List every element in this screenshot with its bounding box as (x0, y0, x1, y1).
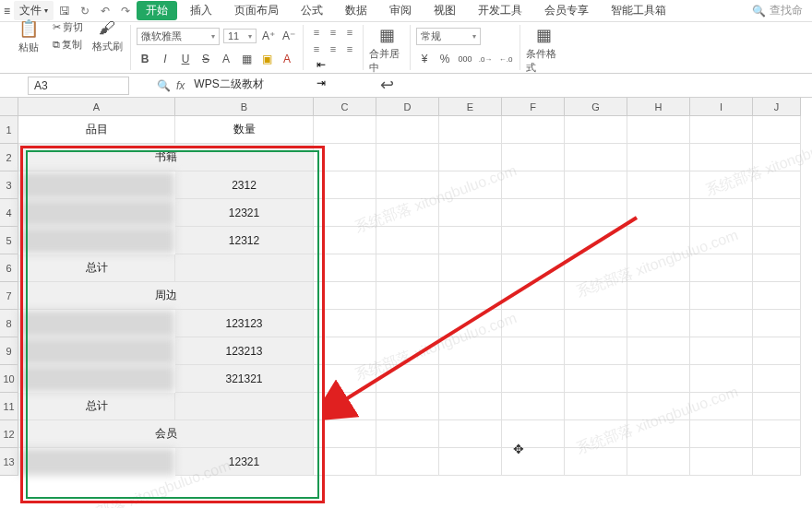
search-fn-icon[interactable]: 🔍 (157, 79, 171, 92)
cell-H3[interactable] (627, 171, 690, 199)
fx-label[interactable]: fx (176, 79, 185, 92)
column-header-A[interactable]: A (18, 98, 175, 116)
select-all-corner[interactable] (0, 98, 18, 116)
currency-button[interactable]: ¥ (416, 51, 433, 67)
row-header-6[interactable]: 6 (0, 254, 18, 282)
tab-data[interactable]: 数据 (336, 1, 376, 20)
cell-H2[interactable] (627, 144, 690, 171)
cell-D4[interactable] (376, 199, 439, 227)
tab-view[interactable]: 视图 (424, 1, 465, 20)
align-top-center[interactable]: ≡ (326, 25, 340, 40)
align-bottom-center[interactable]: ≡ (326, 41, 340, 56)
align-top-left[interactable]: ≡ (309, 25, 324, 40)
cell-G3[interactable] (565, 171, 627, 199)
cell-D1[interactable] (376, 116, 439, 144)
cell-G13[interactable] (565, 448, 627, 476)
cell-B4[interactable]: 12321 (175, 199, 314, 227)
cell-F5[interactable] (502, 227, 565, 254)
cell-E1[interactable] (439, 116, 502, 144)
cell-A4[interactable]: ████ (18, 199, 175, 227)
column-header-I[interactable]: I (690, 98, 753, 116)
cell-I5[interactable] (690, 227, 753, 254)
cell-D11[interactable] (376, 393, 439, 420)
cell-G4[interactable] (565, 199, 627, 227)
cell-J12[interactable] (753, 420, 801, 448)
cell-E9[interactable] (439, 337, 502, 365)
cell-F7[interactable] (502, 282, 565, 310)
cell-F11[interactable] (502, 393, 565, 420)
format-painter-button[interactable]: 🖌 格式刷 (90, 18, 125, 53)
cell-B10[interactable]: 321321 (175, 365, 314, 393)
cell-G12[interactable] (565, 420, 627, 448)
underline-button[interactable]: U (177, 51, 194, 67)
cell-F1[interactable] (502, 116, 565, 144)
cell-G9[interactable] (565, 337, 627, 365)
column-header-B[interactable]: B (175, 98, 314, 116)
cell-J10[interactable] (753, 365, 801, 393)
cell-C2[interactable] (314, 144, 376, 171)
cell-J3[interactable] (753, 171, 801, 199)
refresh-icon[interactable]: ↻ (78, 5, 92, 18)
cell-I9[interactable] (690, 337, 753, 365)
name-box[interactable]: A3 (28, 77, 129, 95)
cut-button[interactable]: ✂剪切 (50, 19, 86, 35)
cell-D2[interactable] (376, 144, 439, 171)
font-shrink-button[interactable]: A⁻ (281, 28, 297, 44)
row-header-5[interactable]: 5 (0, 227, 18, 254)
cell-J11[interactable] (753, 393, 801, 420)
tab-formula[interactable]: 公式 (292, 1, 332, 20)
cell-B13[interactable]: 12321 (175, 448, 314, 476)
cell-D5[interactable] (376, 227, 439, 254)
cell-D10[interactable] (376, 365, 439, 393)
row-header-2[interactable]: 2 (0, 144, 18, 171)
cell-A1[interactable]: 品目 (18, 116, 175, 144)
column-header-E[interactable]: E (439, 98, 502, 116)
cell-C13[interactable] (314, 448, 376, 476)
indent-decrease-button[interactable]: ⇤ (313, 56, 329, 73)
strike-button[interactable]: S (197, 51, 214, 67)
cell-H7[interactable] (627, 282, 690, 310)
cell-J1[interactable] (753, 116, 801, 144)
cell-A10[interactable]: ████ (18, 365, 175, 393)
cell-E3[interactable] (439, 171, 502, 199)
row-header-7[interactable]: 7 (0, 282, 18, 310)
percent-button[interactable]: % (436, 51, 453, 67)
cell-J9[interactable] (753, 337, 801, 365)
font-size-select[interactable]: 11▾ (223, 29, 257, 43)
cell-C4[interactable] (314, 199, 376, 227)
row-header-8[interactable]: 8 (0, 310, 18, 337)
cell-I4[interactable] (690, 199, 753, 227)
italic-button[interactable]: I (157, 51, 173, 67)
cell-J4[interactable] (753, 199, 801, 227)
column-header-J[interactable]: J (753, 98, 801, 116)
row-header-3[interactable]: 3 (0, 171, 18, 199)
cell-G8[interactable] (565, 310, 627, 337)
save-icon[interactable]: 🖫 (57, 5, 72, 18)
bold-button[interactable]: B (137, 51, 153, 67)
font-grow-button[interactable]: A⁺ (260, 28, 277, 44)
cell-D7[interactable] (376, 282, 439, 310)
tab-review[interactable]: 审阅 (380, 1, 421, 20)
cell-E4[interactable] (439, 199, 502, 227)
cell-J2[interactable] (753, 144, 801, 171)
cell-E11[interactable] (439, 393, 502, 420)
cell-J6[interactable] (753, 254, 801, 282)
cell-B9[interactable]: 123213 (175, 337, 314, 365)
cell-H10[interactable] (627, 365, 690, 393)
cell-C1[interactable] (314, 116, 376, 144)
cell-F3[interactable] (502, 171, 565, 199)
align-top-right[interactable]: ≡ (342, 25, 357, 40)
cell-D12[interactable] (376, 420, 439, 448)
cell-H6[interactable] (627, 254, 690, 282)
cell-A7[interactable]: 周边 (18, 282, 314, 310)
row-header-9[interactable]: 9 (0, 337, 18, 365)
cell-G5[interactable] (565, 227, 627, 254)
search-area[interactable]: 🔍 查找命 (752, 3, 812, 18)
cell-E6[interactable] (439, 254, 502, 282)
cell-J5[interactable] (753, 227, 801, 254)
cell-G10[interactable] (565, 365, 627, 393)
cell-D8[interactable] (376, 310, 439, 337)
column-header-D[interactable]: D (376, 98, 439, 116)
paste-button[interactable]: 📋 粘贴 (11, 18, 46, 54)
cell-F12[interactable] (502, 420, 565, 448)
